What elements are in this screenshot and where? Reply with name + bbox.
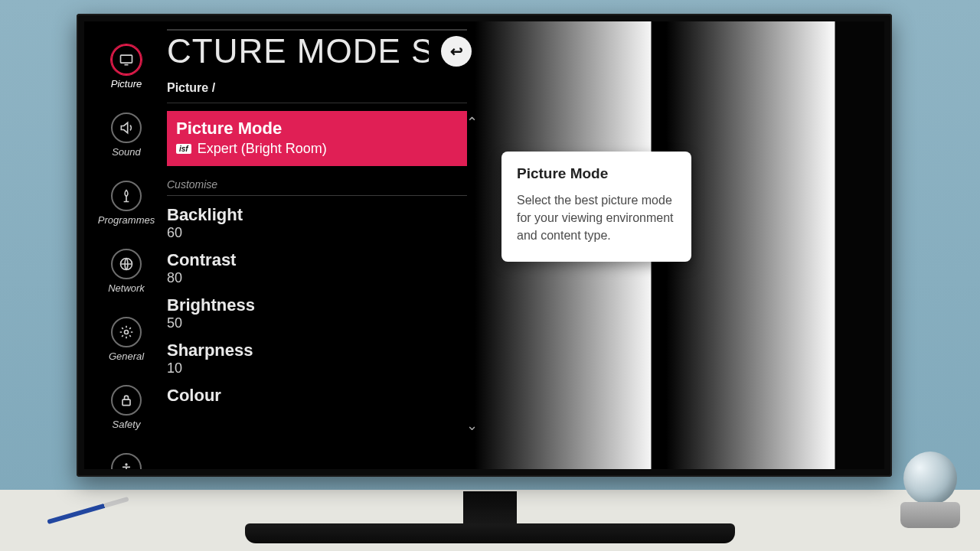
globe-base-decoration xyxy=(900,502,960,528)
globe-decoration xyxy=(903,452,957,505)
section-customise: Customise xyxy=(167,166,467,196)
svg-rect-1 xyxy=(125,64,129,66)
settings-list: ⌃ Picture Mode isf Expert (Bright Room) … xyxy=(167,111,467,406)
setting-value: Expert (Bright Room) xyxy=(198,141,327,157)
sidenav-item-picture[interactable]: Picture xyxy=(111,44,142,90)
sidenav-label: Safety xyxy=(113,419,141,430)
chevron-down-icon[interactable]: ⌄ xyxy=(466,417,478,434)
antenna-icon xyxy=(111,181,142,211)
tv-screen: Picture Sound Programmes Network xyxy=(84,21,884,469)
person-icon xyxy=(111,453,142,469)
sidenav-label: General xyxy=(109,350,144,362)
sidenav-item-network[interactable]: Network xyxy=(108,249,145,294)
setting-name: Picture Mode xyxy=(176,119,458,139)
sidenav-item-sound[interactable]: Sound xyxy=(111,112,142,158)
settings-sidenav: Picture Sound Programmes Network xyxy=(95,44,158,469)
svg-rect-4 xyxy=(122,399,130,406)
setting-value: 50 xyxy=(167,315,467,331)
sidenav-label: Network xyxy=(108,282,145,294)
setting-value: 80 xyxy=(167,270,467,286)
tooltip-title: Picture Mode xyxy=(517,165,676,182)
page-title: CTURE MODE SE xyxy=(167,32,429,70)
chevron-up-icon[interactable]: ⌃ xyxy=(466,114,478,131)
sidenav-item-accessibility[interactable]: Accessibility xyxy=(100,453,154,469)
tooltip-card: Picture Mode Select the best picture mod… xyxy=(501,152,691,262)
svg-point-5 xyxy=(125,463,127,465)
speaker-icon xyxy=(111,112,142,143)
settings-panel: CTURE MODE SE ↩ Picture / ⌃ Picture Mode… xyxy=(167,29,467,406)
back-icon: ↩ xyxy=(450,42,463,60)
setting-row-sharpness[interactable]: Sharpness 10 xyxy=(167,331,467,377)
sidenav-item-programmes[interactable]: Programmes xyxy=(98,181,155,226)
setting-row-colour[interactable]: Colour xyxy=(167,377,467,406)
setting-row-contrast[interactable]: Contrast 80 xyxy=(167,241,467,286)
sidenav-item-general[interactable]: General xyxy=(109,317,144,362)
svg-point-3 xyxy=(125,331,129,334)
setting-row-backlight[interactable]: Backlight 60 xyxy=(167,196,467,241)
setting-value: 10 xyxy=(167,360,467,377)
svg-rect-0 xyxy=(121,55,132,63)
sidenav-label: Programmes xyxy=(98,214,155,226)
setting-value-line: isf Expert (Bright Room) xyxy=(176,141,458,157)
globe-icon xyxy=(111,249,142,279)
breadcrumb: Picture / xyxy=(167,81,467,95)
setting-row-picture-mode[interactable]: Picture Mode isf Expert (Bright Room) xyxy=(167,111,467,166)
tooltip-body: Select the best picture mode for your vi… xyxy=(517,191,676,245)
back-button[interactable]: ↩ xyxy=(441,36,472,67)
tv-icon xyxy=(111,44,142,75)
gear-icon xyxy=(111,317,142,347)
lock-icon xyxy=(111,385,142,416)
setting-name: Contrast xyxy=(167,250,467,270)
sidenav-item-safety[interactable]: Safety xyxy=(111,385,142,430)
setting-value: 60 xyxy=(167,225,467,241)
setting-name: Sharpness xyxy=(167,341,467,360)
isf-badge: isf xyxy=(176,144,191,154)
tv-bezel: Picture Sound Programmes Network xyxy=(77,14,892,477)
setting-row-brightness[interactable]: Brightness 50 xyxy=(167,286,467,331)
setting-name: Brightness xyxy=(167,295,467,315)
setting-name: Colour xyxy=(167,386,467,406)
setting-name: Backlight xyxy=(167,205,467,225)
sidenav-label: Sound xyxy=(112,146,141,158)
sidenav-label: Picture xyxy=(111,78,142,90)
tv-stand-base xyxy=(245,523,735,543)
divider xyxy=(167,103,467,103)
